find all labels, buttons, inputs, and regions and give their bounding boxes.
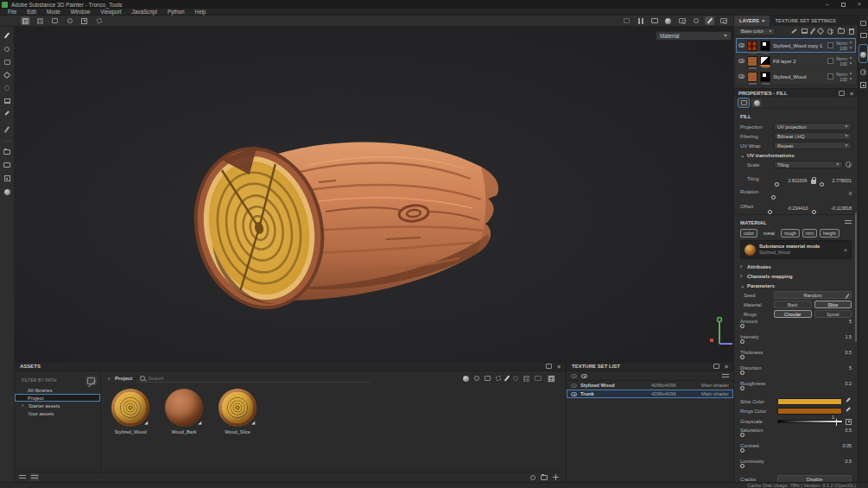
tree-item-your-assets[interactable]: Your assets (15, 409, 100, 417)
contrast-slider[interactable]: Contrast 0.05 (740, 443, 852, 459)
add-fill-layer-icon[interactable] (817, 28, 824, 35)
layer-mask-thumbnail[interactable] (760, 56, 770, 67)
add-asset-icon[interactable] (553, 474, 559, 480)
rotation-slider[interactable]: 0 (771, 191, 852, 197)
layer-thumbnail[interactable] (747, 72, 757, 82)
filtering-dropdown[interactable]: Bilinear | HQ (774, 132, 852, 140)
channel-chip-metal[interactable]: metal (760, 229, 778, 238)
material-mode-box[interactable]: Substance material mode Stylized_Wood × (740, 240, 852, 259)
attributes-group[interactable]: › Attributes (740, 262, 852, 271)
polygon-fill-tool-icon[interactable] (3, 72, 10, 79)
menu-viewport[interactable]: Viewport (96, 9, 125, 15)
export-textures-icon[interactable] (3, 149, 10, 155)
paint-tool-icon[interactable] (4, 32, 10, 38)
amount-slider[interactable]: Amount 5 (740, 319, 852, 334)
environment-button[interactable] (663, 16, 673, 25)
material-picker-tool-icon[interactable] (3, 111, 10, 118)
layer-thumbnail[interactable] (747, 56, 757, 67)
opacity-dropdown[interactable]: 100 (839, 61, 852, 67)
seed-random-button[interactable]: Random (774, 291, 852, 299)
dock-panel-icon[interactable] (713, 364, 719, 369)
material-properties-tab[interactable] (738, 98, 749, 107)
gradient-editor-icon[interactable] (846, 419, 852, 425)
zoom-thumbnails-icon[interactable] (530, 475, 535, 480)
toolbar-settings-button[interactable] (94, 16, 104, 25)
remove-material-icon[interactable]: × (844, 247, 847, 253)
channels-mapping-group[interactable]: › Channels mapping (740, 271, 852, 281)
add-group-icon[interactable] (838, 29, 845, 34)
dock-panel-icon[interactable] (839, 91, 845, 96)
filter-toggle-button[interactable] (86, 376, 97, 385)
saturation-slider[interactable]: Saturation 0.5 (740, 428, 852, 443)
perspective-button[interactable] (649, 16, 659, 25)
luminosity-slider[interactable]: Luminosity 0.5 (740, 459, 852, 474)
menu-edit[interactable]: Edit (22, 9, 41, 15)
eraser-tool-icon[interactable] (4, 47, 10, 52)
tree-item-starter-assets[interactable]: › Starter assets (15, 402, 100, 409)
add-paint-layer-icon[interactable] (810, 28, 815, 35)
texture-set-visibility-icon[interactable] (571, 392, 577, 396)
uv-grid-options-button[interactable] (35, 16, 45, 25)
filter-smart-materials-icon[interactable] (474, 376, 479, 381)
close-panel-icon[interactable]: × (725, 364, 728, 370)
tab-close-icon[interactable]: × (762, 18, 764, 23)
texture-set-row[interactable]: Trunk 4096x4096 Main shader (567, 390, 733, 398)
rotate-environment-button[interactable] (691, 16, 700, 25)
parameters-group[interactable]: ⌄ Parameters (740, 281, 852, 290)
smudge-tool-icon[interactable] (4, 86, 10, 91)
properties-scrollbar[interactable] (855, 212, 857, 342)
import-resources-icon[interactable] (541, 475, 548, 480)
uv-grid-toggle-button[interactable] (21, 16, 30, 25)
slice-color-swatch[interactable] (777, 398, 842, 405)
edit-seed-icon[interactable] (846, 294, 850, 299)
stencil-properties-tab[interactable] (751, 98, 762, 107)
layer-row[interactable]: Stylized_Wood copy 1 Norm 100 (736, 38, 856, 53)
minimize-button[interactable]: – (826, 1, 829, 8)
breadcrumb[interactable]: › Project (108, 376, 132, 382)
channel-chip-rough[interactable]: rough (781, 229, 800, 238)
shading-mode-dropdown[interactable]: Material (656, 31, 732, 41)
layer-link-checkbox[interactable] (827, 73, 833, 79)
tab-layers[interactable]: LAYERS × (734, 16, 770, 26)
filter-environments-icon[interactable] (535, 376, 542, 381)
layer-visibility-icon[interactable] (738, 59, 744, 63)
material-bark-button[interactable]: Bark (774, 301, 812, 308)
tiling-y-slider[interactable]: 2.778001 (820, 178, 852, 184)
path-tool-icon[interactable] (4, 126, 10, 133)
filter-filters-icon[interactable] (496, 376, 501, 381)
layer-mask-thumbnail[interactable] (760, 41, 770, 51)
tab-texture-set-settings[interactable]: TEXTURE SET SETTINGS (770, 16, 841, 26)
snap-button[interactable] (622, 16, 631, 25)
symmetry-y-button[interactable] (65, 16, 74, 25)
filter-textures-icon[interactable] (523, 376, 529, 382)
material-options-icon[interactable] (845, 219, 852, 225)
projection-dropdown[interactable]: UV projection (774, 123, 852, 130)
eyedropper-icon[interactable] (845, 398, 852, 405)
layer-name[interactable]: Fill layer 2 (773, 59, 825, 64)
opacity-dropdown[interactable]: 100 (839, 77, 852, 82)
lock-icon[interactable] (811, 180, 816, 184)
delete-layer-icon[interactable] (849, 29, 854, 35)
layer-row[interactable]: Fill layer 2 Norm 100 (736, 54, 856, 68)
grayscale-gradient-slider[interactable] (777, 420, 843, 423)
material-slice-button[interactable]: Slice (814, 301, 852, 308)
viewer-settings-icon[interactable] (860, 82, 866, 88)
menu-mode[interactable]: Mode (42, 9, 65, 15)
roughness-slider[interactable]: Roughness 0.2 (740, 381, 852, 396)
search-input[interactable] (148, 376, 368, 381)
uv-wrap-dropdown[interactable]: Repeat (774, 142, 852, 149)
close-button[interactable]: × (858, 1, 861, 8)
grid-view-button[interactable] (547, 375, 555, 383)
viewport-3d[interactable]: Material (15, 27, 733, 361)
display-settings-icon[interactable] (860, 33, 867, 38)
channel-chip-color[interactable]: color (740, 229, 757, 238)
projection-tool-icon[interactable] (4, 60, 10, 65)
maximize-button[interactable] (841, 3, 846, 7)
layer-name[interactable]: Stylized_Wood copy 1 (773, 43, 825, 48)
add-instance-icon[interactable] (801, 29, 808, 34)
add-smart-material-icon[interactable] (827, 29, 833, 35)
layer-visibility-icon[interactable] (738, 74, 744, 79)
bake-mesh-maps-icon[interactable] (3, 162, 10, 168)
dock-toggle-icon[interactable] (860, 21, 866, 26)
show-all-icon[interactable] (581, 374, 587, 378)
